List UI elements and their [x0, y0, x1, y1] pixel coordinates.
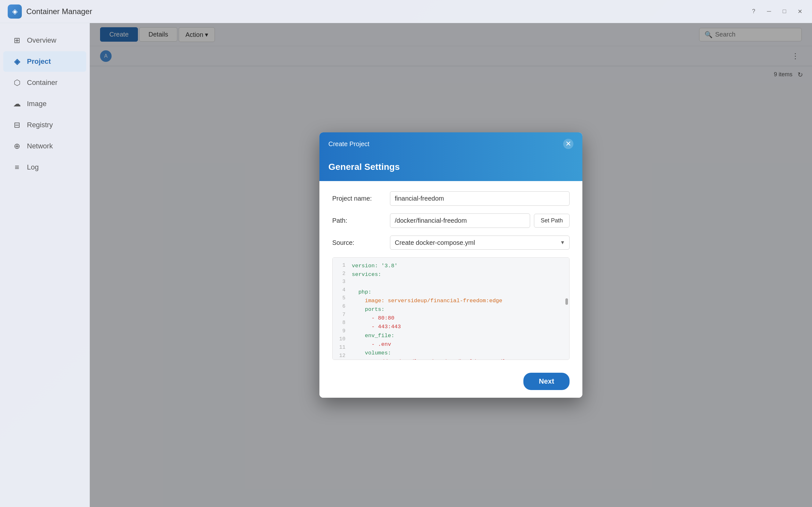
sidebar-item-image[interactable]: ☁ Image [3, 94, 86, 114]
container-icon: ⬡ [12, 78, 22, 87]
line-numbers: 1 2 3 4 5 6 7 8 9 10 11 [333, 262, 348, 360]
log-icon: ≡ [12, 163, 22, 172]
dialog-footer: Next [319, 368, 582, 398]
dialog-close-button[interactable]: ✕ [563, 139, 573, 149]
path-row: Path: Set Path [332, 214, 569, 228]
maximize-button[interactable]: □ [780, 7, 789, 16]
sidebar-item-container[interactable]: ⬡ Container [3, 72, 86, 93]
set-path-button[interactable]: Set Path [534, 214, 569, 228]
dialog-overlay: Create Project ✕ General Settings Projec… [90, 23, 812, 507]
project-name-row: Project name: [332, 191, 569, 206]
dialog-section-title: General Settings [328, 162, 573, 172]
network-icon: ⊕ [12, 142, 22, 151]
sidebar-item-overview[interactable]: ⊞ Overview [3, 30, 86, 51]
source-row: Source: Create docker-compose.yml Use ex… [332, 235, 569, 250]
content-area: Create Details Action ▾ 🔍 A ⋮ Create Pro… [90, 23, 812, 507]
source-label: Source: [332, 239, 384, 246]
path-input-group: Set Path [390, 214, 569, 228]
sidebar-item-label: Overview [27, 36, 56, 45]
code-content: version: '3.8' services: php: image: ser… [348, 262, 569, 360]
close-button[interactable]: ✕ [795, 7, 804, 16]
sidebar-item-project[interactable]: ◈ Project [3, 51, 86, 72]
sidebar-item-label: Registry [27, 121, 53, 129]
dialog-body: Project name: Path: Set Path Source: [319, 181, 582, 368]
code-editor[interactable]: 1 2 3 4 5 6 7 8 9 10 11 [332, 257, 569, 360]
dialog-subheader: General Settings [319, 156, 582, 181]
sidebar-item-label: Log [27, 163, 39, 171]
dialog-header-title: Create Project [328, 140, 369, 148]
sidebar-item-registry[interactable]: ⊟ Registry [3, 115, 86, 135]
sidebar-item-label: Network [27, 142, 53, 150]
image-icon: ☁ [12, 99, 22, 108]
app-logo: ◈ [8, 4, 22, 18]
title-bar: ◈ Container Manager ? ─ □ ✕ [0, 0, 812, 23]
scrollbar-indicator [565, 298, 568, 305]
project-icon: ◈ [12, 57, 22, 66]
sidebar: ⊞ Overview ◈ Project ⬡ Container ☁ Image… [0, 23, 90, 507]
next-button[interactable]: Next [523, 373, 569, 390]
help-button[interactable]: ? [749, 7, 758, 16]
registry-icon: ⊟ [12, 120, 22, 129]
project-name-input[interactable] [390, 191, 569, 206]
dialog-header: Create Project ✕ [319, 132, 582, 156]
project-name-label: Project name: [332, 195, 384, 202]
path-input[interactable] [390, 214, 530, 228]
code-lines: 1 2 3 4 5 6 7 8 9 10 11 [333, 258, 569, 360]
sidebar-item-log[interactable]: ≡ Log [3, 157, 86, 177]
overview-icon: ⊞ [12, 36, 22, 45]
sidebar-item-label: Container [27, 78, 57, 87]
sidebar-item-label: Project [27, 57, 51, 66]
sidebar-item-network[interactable]: ⊕ Network [3, 136, 86, 156]
app-title: Container Manager [26, 7, 749, 16]
window-controls: ? ─ □ ✕ [749, 7, 804, 16]
create-project-dialog: Create Project ✕ General Settings Projec… [319, 132, 582, 398]
source-select[interactable]: Create docker-compose.yml Use existing d… [390, 235, 569, 250]
minimize-button[interactable]: ─ [765, 7, 773, 16]
main-area: ⊞ Overview ◈ Project ⬡ Container ☁ Image… [0, 23, 812, 507]
sidebar-item-label: Image [27, 100, 47, 108]
path-label: Path: [332, 217, 384, 224]
source-select-wrapper: Create docker-compose.yml Use existing d… [390, 235, 569, 250]
